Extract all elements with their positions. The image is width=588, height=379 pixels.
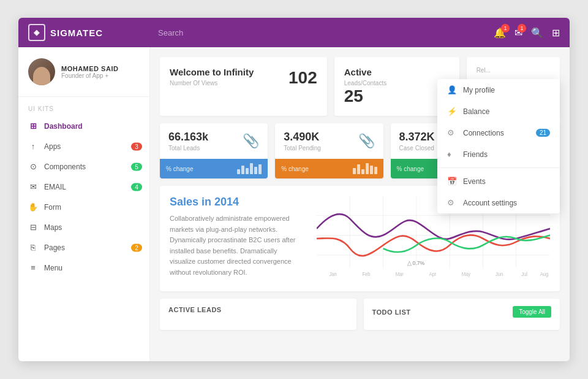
sidebar-item-maps[interactable]: ⊟ Maps — [18, 217, 149, 237]
bar — [250, 163, 253, 174]
dropdown-item-connections[interactable]: ⚙ Connections 21 — [437, 122, 560, 144]
bell-icon[interactable]: 🔔 1 — [494, 27, 506, 39]
svg-text:Aug: Aug — [540, 272, 549, 278]
search-icon[interactable]: 🔍 — [531, 27, 543, 39]
welcome-value: 102 — [288, 68, 317, 88]
sidebar: MOHAMED SAID Founder of App + UI Kits ⊞ … — [18, 47, 150, 361]
sidebar-item-label: EMAIL — [44, 183, 66, 191]
pages-badge: 2 — [131, 243, 142, 251]
dropdown-item-account-settings[interactable]: ⚙ Account settings — [437, 192, 560, 213]
bar — [374, 167, 377, 174]
closed-label: Case Closed — [399, 145, 435, 151]
stat-card-info: 3.490K Total Pending — [284, 131, 321, 151]
sidebar-item-label: Maps — [44, 223, 62, 232]
todo-list-header: TODO LIST Toggle All — [372, 306, 552, 318]
active-title: Active — [344, 67, 450, 77]
active-subtitle: Leads/Contacts — [344, 80, 450, 86]
sidebar-item-apps[interactable]: ↑ Apps 3 — [18, 136, 149, 156]
pages-icon: ⎘ — [28, 243, 38, 252]
svg-text:Jul: Jul — [521, 272, 527, 278]
closed-value: 8.372K — [399, 131, 435, 144]
todo-list-card: TODO LIST Toggle All — [364, 299, 560, 330]
stat-card-info: 66.163k Total Leads — [168, 131, 208, 151]
avatar-silhouette — [33, 67, 50, 85]
header: ◈ SIGMATEC 🔔 1 ✉ 1 🔍 ⊞ — [18, 18, 570, 47]
grid-icon[interactable]: ⊞ — [552, 27, 560, 39]
stat-card-leads: 66.163k Total Leads 📎 % change — [160, 123, 268, 178]
friends-icon: ♦ — [447, 150, 457, 159]
logo: ◈ SIGMATEC — [28, 24, 151, 41]
leads-label: Total Leads — [168, 145, 208, 151]
pending-label: Total Pending — [284, 145, 321, 151]
stat-card-info: 8.372K Case Closed — [399, 131, 435, 151]
avatar — [28, 58, 55, 85]
profile-name: MOHAMED SAID — [61, 65, 118, 72]
active-leads-header: ACTIVE LEADS — [168, 306, 348, 313]
envelope-icon[interactable]: ✉ 1 — [514, 27, 522, 39]
svg-text:May: May — [462, 272, 471, 278]
leads-mini-bars — [237, 163, 262, 174]
todo-list-title: TODO LIST — [372, 308, 411, 316]
stat-card-pending: 3.490K Total Pending 📎 % change — [275, 123, 383, 178]
sidebar-item-label: Menu — [44, 264, 62, 272]
search-container — [151, 27, 494, 38]
dropdown-item-label: Events — [463, 177, 486, 186]
pending-value: 3.490K — [284, 131, 321, 144]
dropdown-divider — [437, 167, 560, 168]
account-settings-icon: ⚙ — [447, 198, 457, 207]
dropdown-item-label: Connections — [463, 129, 504, 137]
another-label: Rel... — [477, 67, 550, 74]
sidebar-section-label: UI Kits — [18, 97, 149, 116]
email-badge: 4 — [131, 183, 142, 191]
toggle-all-button[interactable]: Toggle All — [513, 306, 551, 318]
pending-footer: % change — [275, 159, 383, 178]
connections-badge: 21 — [536, 129, 550, 137]
dropdown-item-balance[interactable]: ⚡ Balance — [437, 101, 560, 122]
dropdown-item-events[interactable]: 📅 Events — [437, 170, 560, 192]
bar — [353, 168, 356, 174]
bottom-row: ACTIVE LEADS TODO LIST Toggle All — [160, 299, 560, 330]
chart-annotation: △ 0.7% — [407, 260, 424, 267]
leads-icon: 📎 — [243, 133, 259, 149]
sidebar-item-email[interactable]: ✉ EMAIL 4 — [18, 177, 149, 197]
dropdown-item-friends[interactable]: ♦ Friends — [437, 144, 560, 165]
leads-footer-label: % change — [166, 166, 193, 172]
logo-icon: ◈ — [28, 24, 45, 41]
sidebar-item-components[interactable]: ⊙ Components 5 — [18, 156, 149, 177]
dropdown-item-profile[interactable]: 👤 My profile — [437, 79, 560, 101]
sidebar-item-menu[interactable]: ≡ Menu — [18, 258, 149, 278]
bar — [246, 168, 249, 174]
sidebar-item-label: Components — [44, 163, 86, 171]
pending-mini-bars — [353, 163, 377, 174]
bar — [361, 169, 364, 174]
components-icon: ⊙ — [28, 162, 38, 171]
avatar-image — [28, 58, 55, 85]
bar — [370, 166, 373, 174]
profile-role: Founder of App + — [61, 72, 118, 79]
header-actions: 🔔 1 ✉ 1 🔍 ⊞ — [494, 27, 560, 39]
profile-icon: 👤 — [447, 85, 457, 94]
bar — [366, 163, 369, 174]
sidebar-item-label: Form — [44, 203, 61, 212]
bar — [357, 164, 360, 174]
svg-text:Jun: Jun — [496, 272, 503, 278]
sidebar-item-dashboard[interactable]: ⊞ Dashboard — [18, 116, 149, 136]
svg-text:Apr: Apr — [429, 272, 437, 278]
closed-footer-label: % change — [397, 166, 424, 172]
bar — [241, 166, 244, 174]
bar — [254, 167, 257, 174]
apps-badge: 3 — [131, 142, 142, 150]
components-badge: 5 — [131, 163, 142, 170]
sidebar-item-form[interactable]: ✋ Form — [18, 197, 149, 217]
pending-icon: 📎 — [358, 133, 375, 149]
app-name: SIGMATEC — [50, 28, 103, 38]
leads-value: 66.163k — [168, 131, 208, 144]
dropdown-item-label: Account settings — [463, 199, 517, 207]
apps-icon: ↑ — [28, 142, 38, 151]
bar — [237, 169, 240, 174]
search-input[interactable] — [158, 28, 486, 37]
message-badge: 1 — [518, 24, 526, 33]
dashboard-icon: ⊞ — [28, 121, 38, 131]
sidebar-item-pages[interactable]: ⎘ Pages 2 — [18, 237, 149, 258]
events-icon: 📅 — [447, 177, 457, 186]
